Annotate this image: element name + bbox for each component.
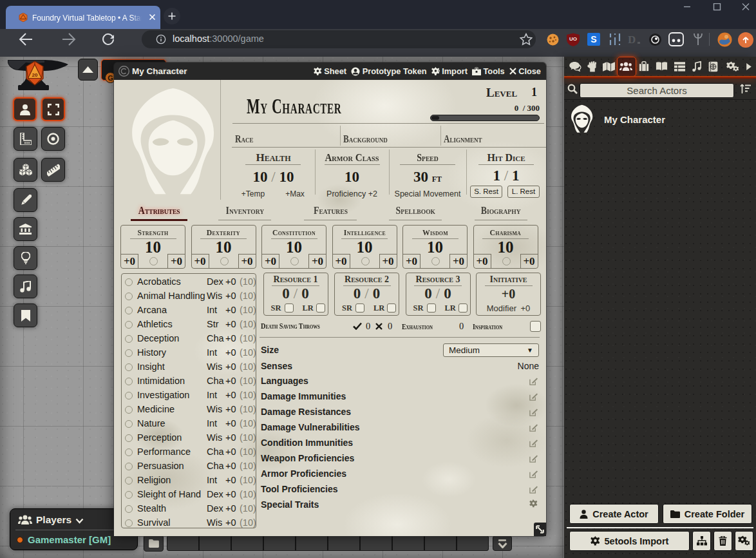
svg-text:D: D (628, 34, 636, 46)
svg-text:S: S (591, 34, 596, 44)
svg-text:20: 20 (32, 72, 38, 78)
svg-text:UO: UO (569, 36, 577, 42)
